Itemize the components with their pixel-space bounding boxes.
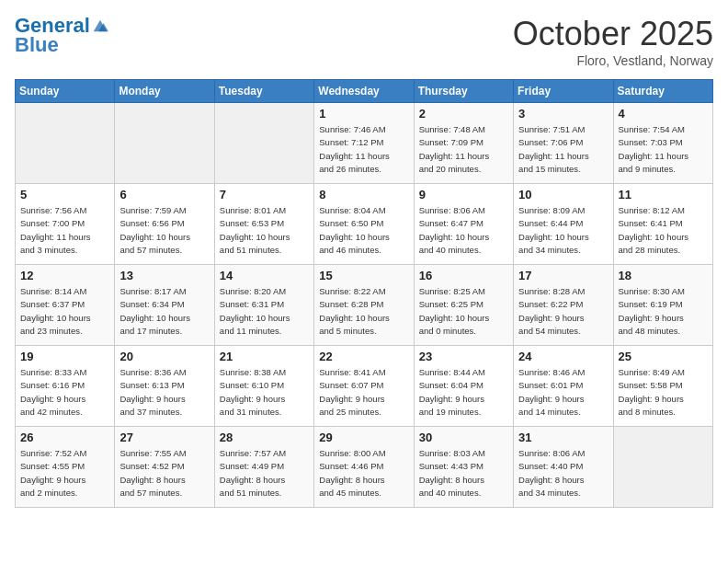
- month-title: October 2025: [513, 15, 713, 53]
- day-number: 3: [518, 107, 608, 121]
- day-info: Sunrise: 8:17 AM Sunset: 6:34 PM Dayligh…: [119, 285, 209, 338]
- day-info: Sunrise: 8:06 AM Sunset: 4:40 PM Dayligh…: [518, 447, 608, 500]
- calendar-cell: 9Sunrise: 8:06 AM Sunset: 6:47 PM Daylig…: [414, 184, 513, 265]
- day-number: 2: [419, 107, 508, 121]
- day-info: Sunrise: 8:09 AM Sunset: 6:44 PM Dayligh…: [518, 204, 608, 257]
- day-info: Sunrise: 7:59 AM Sunset: 6:56 PM Dayligh…: [119, 204, 209, 257]
- day-info: Sunrise: 7:52 AM Sunset: 4:55 PM Dayligh…: [20, 447, 109, 500]
- day-info: Sunrise: 8:22 AM Sunset: 6:28 PM Dayligh…: [319, 285, 408, 338]
- day-info: Sunrise: 8:06 AM Sunset: 6:47 PM Dayligh…: [419, 204, 508, 257]
- calendar-week-row: 26Sunrise: 7:52 AM Sunset: 4:55 PM Dayli…: [16, 427, 713, 508]
- day-number: 18: [619, 269, 708, 282]
- calendar-cell: 5Sunrise: 7:56 AM Sunset: 7:00 PM Daylig…: [16, 184, 115, 265]
- calendar-cell: 24Sunrise: 8:46 AM Sunset: 6:01 PM Dayli…: [514, 346, 613, 427]
- calendar-cell: [16, 103, 115, 184]
- calendar-cell: 28Sunrise: 7:57 AM Sunset: 4:49 PM Dayli…: [214, 427, 313, 508]
- calendar-cell: 1Sunrise: 7:46 AM Sunset: 7:12 PM Daylig…: [314, 103, 414, 184]
- calendar-cell: 8Sunrise: 8:04 AM Sunset: 6:50 PM Daylig…: [314, 184, 414, 265]
- day-number: 21: [220, 350, 309, 363]
- calendar-cell: 30Sunrise: 8:03 AM Sunset: 4:43 PM Dayli…: [414, 427, 513, 508]
- day-number: 26: [20, 431, 109, 444]
- calendar-cell: 31Sunrise: 8:06 AM Sunset: 4:40 PM Dayli…: [514, 427, 613, 508]
- weekday-header-row: SundayMondayTuesdayWednesdayThursdayFrid…: [16, 80, 713, 103]
- calendar-week-row: 5Sunrise: 7:56 AM Sunset: 7:00 PM Daylig…: [16, 184, 713, 265]
- day-number: 28: [220, 431, 309, 444]
- day-info: Sunrise: 8:46 AM Sunset: 6:01 PM Dayligh…: [518, 366, 608, 419]
- calendar-cell: 29Sunrise: 8:00 AM Sunset: 4:46 PM Dayli…: [314, 427, 414, 508]
- title-block: October 2025 Floro, Vestland, Norway: [513, 15, 713, 68]
- calendar-cell: 26Sunrise: 7:52 AM Sunset: 4:55 PM Dayli…: [16, 427, 115, 508]
- calendar-table: SundayMondayTuesdayWednesdayThursdayFrid…: [15, 79, 713, 508]
- day-number: 14: [220, 269, 309, 282]
- calendar-cell: [115, 103, 214, 184]
- day-info: Sunrise: 8:20 AM Sunset: 6:31 PM Dayligh…: [220, 285, 309, 338]
- day-info: Sunrise: 8:33 AM Sunset: 6:16 PM Dayligh…: [20, 366, 109, 419]
- day-number: 11: [619, 188, 708, 201]
- day-info: Sunrise: 7:51 AM Sunset: 7:06 PM Dayligh…: [518, 123, 608, 176]
- day-number: 1: [319, 107, 408, 121]
- calendar-cell: 16Sunrise: 8:25 AM Sunset: 6:25 PM Dayli…: [414, 265, 513, 346]
- day-info: Sunrise: 8:04 AM Sunset: 6:50 PM Dayligh…: [319, 204, 408, 257]
- day-info: Sunrise: 8:01 AM Sunset: 6:53 PM Dayligh…: [220, 204, 309, 257]
- day-info: Sunrise: 7:48 AM Sunset: 7:09 PM Dayligh…: [419, 123, 508, 176]
- day-info: Sunrise: 8:03 AM Sunset: 4:43 PM Dayligh…: [419, 447, 508, 500]
- day-number: 22: [319, 350, 408, 363]
- weekday-header: Saturday: [613, 80, 712, 103]
- calendar-body: 1Sunrise: 7:46 AM Sunset: 7:12 PM Daylig…: [16, 103, 713, 508]
- day-info: Sunrise: 8:12 AM Sunset: 6:41 PM Dayligh…: [619, 204, 708, 257]
- day-info: Sunrise: 8:28 AM Sunset: 6:22 PM Dayligh…: [518, 285, 608, 338]
- day-info: Sunrise: 8:44 AM Sunset: 6:04 PM Dayligh…: [419, 366, 508, 419]
- weekday-header: Wednesday: [314, 80, 414, 103]
- calendar-cell: 15Sunrise: 8:22 AM Sunset: 6:28 PM Dayli…: [314, 265, 414, 346]
- calendar-cell: 18Sunrise: 8:30 AM Sunset: 6:19 PM Dayli…: [613, 265, 712, 346]
- calendar-cell: 4Sunrise: 7:54 AM Sunset: 7:03 PM Daylig…: [613, 103, 712, 184]
- weekday-header: Thursday: [414, 80, 513, 103]
- day-number: 25: [619, 350, 708, 363]
- day-number: 13: [119, 269, 209, 282]
- day-info: Sunrise: 8:25 AM Sunset: 6:25 PM Dayligh…: [419, 285, 508, 338]
- day-info: Sunrise: 7:55 AM Sunset: 4:52 PM Dayligh…: [119, 447, 209, 500]
- calendar-week-row: 12Sunrise: 8:14 AM Sunset: 6:37 PM Dayli…: [16, 265, 713, 346]
- calendar-cell: 22Sunrise: 8:41 AM Sunset: 6:07 PM Dayli…: [314, 346, 414, 427]
- calendar-cell: 21Sunrise: 8:38 AM Sunset: 6:10 PM Dayli…: [214, 346, 313, 427]
- day-info: Sunrise: 8:41 AM Sunset: 6:07 PM Dayligh…: [319, 366, 408, 419]
- day-number: 27: [119, 431, 209, 444]
- location: Floro, Vestland, Norway: [513, 53, 713, 68]
- day-number: 10: [518, 188, 608, 201]
- calendar-cell: 20Sunrise: 8:36 AM Sunset: 6:13 PM Dayli…: [115, 346, 214, 427]
- day-info: Sunrise: 8:49 AM Sunset: 5:58 PM Dayligh…: [619, 366, 708, 419]
- calendar-week-row: 1Sunrise: 7:46 AM Sunset: 7:12 PM Daylig…: [16, 103, 713, 184]
- calendar-week-row: 19Sunrise: 8:33 AM Sunset: 6:16 PM Dayli…: [16, 346, 713, 427]
- day-info: Sunrise: 7:56 AM Sunset: 7:00 PM Dayligh…: [20, 204, 109, 257]
- day-number: 20: [119, 350, 209, 363]
- day-number: 5: [20, 188, 109, 201]
- day-number: 23: [419, 350, 508, 363]
- day-info: Sunrise: 7:54 AM Sunset: 7:03 PM Dayligh…: [619, 123, 708, 176]
- day-number: 30: [419, 431, 508, 444]
- day-info: Sunrise: 8:30 AM Sunset: 6:19 PM Dayligh…: [619, 285, 708, 338]
- logo: General Blue: [15, 15, 108, 57]
- logo-icon: [92, 17, 108, 34]
- calendar-cell: 3Sunrise: 7:51 AM Sunset: 7:06 PM Daylig…: [514, 103, 613, 184]
- day-number: 7: [220, 188, 309, 201]
- day-number: 31: [518, 431, 608, 444]
- page-header: General Blue October 2025 Floro, Vestlan…: [15, 15, 713, 68]
- day-number: 15: [319, 269, 408, 282]
- day-number: 16: [419, 269, 508, 282]
- day-number: 8: [319, 188, 408, 201]
- day-number: 12: [20, 269, 109, 282]
- weekday-header: Sunday: [16, 80, 115, 103]
- calendar-cell: [613, 427, 712, 508]
- calendar-cell: 19Sunrise: 8:33 AM Sunset: 6:16 PM Dayli…: [16, 346, 115, 427]
- day-number: 19: [20, 350, 109, 363]
- day-number: 4: [619, 107, 708, 121]
- day-number: 17: [518, 269, 608, 282]
- calendar-cell: 2Sunrise: 7:48 AM Sunset: 7:09 PM Daylig…: [414, 103, 513, 184]
- calendar-cell: 23Sunrise: 8:44 AM Sunset: 6:04 PM Dayli…: [414, 346, 513, 427]
- calendar-cell: 27Sunrise: 7:55 AM Sunset: 4:52 PM Dayli…: [115, 427, 214, 508]
- day-number: 9: [419, 188, 508, 201]
- day-number: 6: [119, 188, 209, 201]
- calendar-cell: 14Sunrise: 8:20 AM Sunset: 6:31 PM Dayli…: [214, 265, 313, 346]
- calendar-cell: 25Sunrise: 8:49 AM Sunset: 5:58 PM Dayli…: [613, 346, 712, 427]
- weekday-header: Monday: [115, 80, 214, 103]
